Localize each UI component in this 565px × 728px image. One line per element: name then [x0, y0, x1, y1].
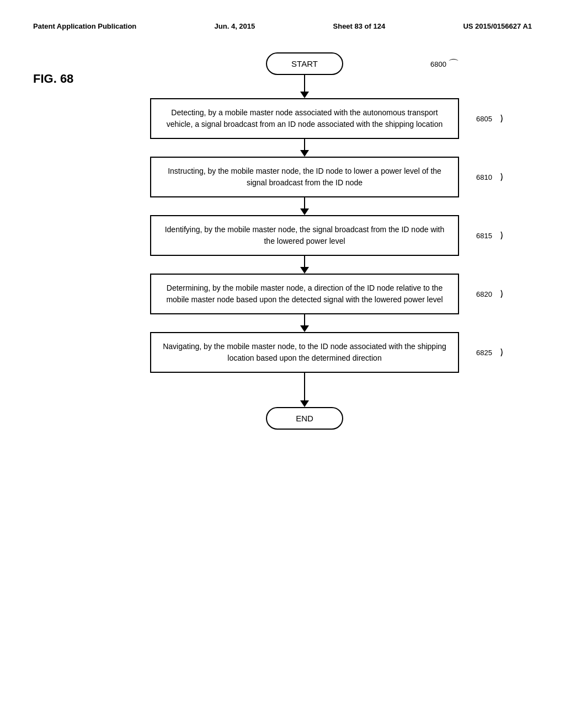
bracket-icon-3 — [493, 289, 503, 299]
start-terminal-row: START 6800 ⌒ — [150, 52, 459, 75]
bracket-icon-2 — [493, 231, 503, 240]
arrow-4 — [300, 314, 309, 332]
sheet-label: Sheet 83 of 124 — [333, 22, 386, 30]
arrow-end — [300, 373, 309, 407]
step-6815-box: Identifying, by the mobile master node, … — [150, 215, 459, 256]
start-ref: 6800 ⌒ — [430, 56, 459, 71]
figure-label: FIG. 68 — [33, 72, 73, 86]
arrow-2 — [300, 197, 309, 215]
step-6820-box: Determining, by the mobile master node, … — [150, 274, 459, 314]
step-6815-row: Identifying, by the mobile master node, … — [150, 215, 459, 256]
bracket-icon-0 — [493, 114, 503, 124]
start-terminal: START — [266, 52, 343, 75]
step-6825-box: Navigating, by the mobile master node, t… — [150, 332, 459, 373]
step-6810-row: Instructing, by the mobile master node, … — [150, 157, 459, 197]
arrow-3 — [300, 256, 309, 274]
publication-label: Patent Application Publication — [33, 22, 136, 30]
arrow-1 — [300, 139, 309, 157]
bracket-icon-1 — [493, 172, 503, 182]
page-header: Patent Application Publication Jun. 4, 2… — [33, 22, 532, 30]
ref-6820: 6820 — [476, 289, 503, 299]
date-label: Jun. 4, 2015 — [215, 22, 255, 30]
step-6805-row: Detecting, by a mobile master node assoc… — [150, 98, 459, 139]
page: Patent Application Publication Jun. 4, 2… — [0, 0, 565, 728]
flowchart: START 6800 ⌒ Detecting, by a mobile mast… — [77, 52, 532, 430]
step-6810-box: Instructing, by the mobile master node, … — [150, 157, 459, 197]
ref-6805: 6805 — [476, 114, 503, 124]
bracket-icon-4 — [493, 347, 503, 357]
step-6825-row: Navigating, by the mobile master node, t… — [150, 332, 459, 373]
ref-6825: 6825 — [476, 347, 503, 357]
end-terminal-row: END — [150, 407, 459, 430]
step-6805-box: Detecting, by a mobile master node assoc… — [150, 98, 459, 139]
ref-6810: 6810 — [476, 172, 503, 182]
arrow-0 — [300, 75, 309, 98]
start-bracket: ⌒ — [448, 56, 459, 71]
ref-6815: 6815 — [476, 231, 503, 240]
step-6820-row: Determining, by the mobile master node, … — [150, 274, 459, 314]
end-terminal: END — [266, 407, 343, 430]
patent-label: US 2015/0156627 A1 — [463, 22, 532, 30]
